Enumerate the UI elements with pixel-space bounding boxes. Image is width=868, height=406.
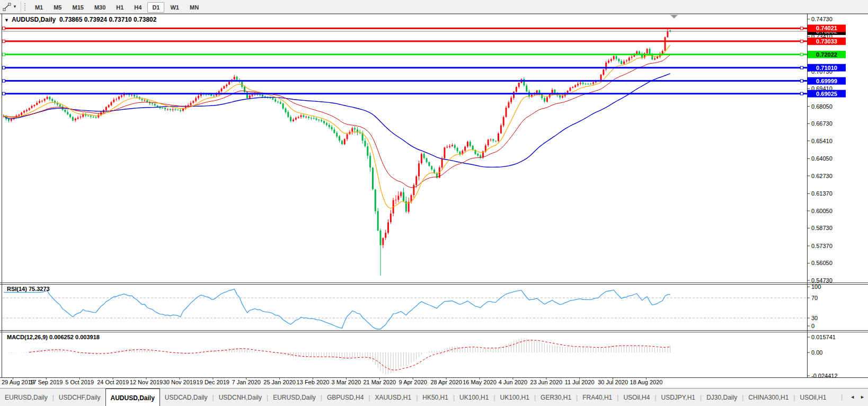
svg-text:12 Nov 2019: 12 Nov 2019 xyxy=(130,379,163,385)
tab-fra40-h1[interactable]: FRA40,H1 xyxy=(578,389,617,406)
tab-china300-h1[interactable]: CHINA300,H1 xyxy=(743,389,793,406)
svg-text:23 Jun 2020: 23 Jun 2020 xyxy=(530,379,563,385)
trading-platform-window: 0.747300.734100.707300.694100.680500.667… xyxy=(0,0,868,406)
svg-text:0.64050: 0.64050 xyxy=(811,155,832,162)
timeframe-button-h4[interactable]: H4 xyxy=(129,2,146,13)
timeframe-button-d1[interactable]: D1 xyxy=(147,2,164,13)
tab-eurusd-daily[interactable]: EURUSD,Daily xyxy=(0,389,52,406)
svg-text:0.71010: 0.71010 xyxy=(816,65,837,71)
svg-text:-0.024412: -0.024412 xyxy=(811,373,838,379)
candles-layer xyxy=(3,28,671,276)
timeframe-button-m30[interactable]: M30 xyxy=(90,2,110,13)
tab-gbpusd-h4[interactable]: GBPUSD,H4 xyxy=(322,389,368,406)
timeframe-button-w1[interactable]: W1 xyxy=(165,2,184,13)
svg-text:0: 0 xyxy=(811,323,814,329)
svg-text:0.015741: 0.015741 xyxy=(811,334,836,340)
tab-scroll-left-icon[interactable]: ◄ xyxy=(850,394,855,400)
level-line-0.69999[interactable]: 0.69999 xyxy=(3,77,846,85)
svg-text:5 Oct 2019: 5 Oct 2019 xyxy=(65,379,94,385)
toolbar-separator xyxy=(21,2,21,12)
tab-xauusd-h1[interactable]: XAUUSD,H1 xyxy=(370,389,416,406)
toolbar-grip-handle[interactable] xyxy=(24,3,26,11)
svg-text:0.58730: 0.58730 xyxy=(811,225,832,231)
svg-text:0.72022: 0.72022 xyxy=(816,51,837,58)
ma-fast-line xyxy=(4,45,670,208)
tab-divider: | xyxy=(841,393,843,401)
tab-hk50-h1[interactable]: HK50,H1 xyxy=(418,389,453,406)
timeframe-button-m1[interactable]: M1 xyxy=(30,2,48,13)
svg-text:9 Apr 2020: 9 Apr 2020 xyxy=(399,379,427,385)
symbol-tab-bar: EURUSD,Daily|USDCHF,DailyAUDUSD,DailyUSD… xyxy=(0,388,868,406)
symbol-period-label: AUDUSD,Daily xyxy=(12,16,56,23)
tab-eurusd-daily[interactable]: EURUSD,Daily xyxy=(268,389,321,406)
timeframe-button-mn[interactable]: MN xyxy=(185,2,203,13)
svg-text:30 Jul 2020: 30 Jul 2020 xyxy=(598,379,628,385)
tab-ger30-h1[interactable]: GER30,H1 xyxy=(536,389,576,406)
svg-text:17 Sep 2019: 17 Sep 2019 xyxy=(30,379,63,385)
svg-text:28 Apr 2020: 28 Apr 2020 xyxy=(430,379,462,385)
chart-shift-arrow-icon[interactable] xyxy=(670,15,678,19)
svg-text:13 Feb 2020: 13 Feb 2020 xyxy=(297,379,330,385)
rsi-pane: 10070300 xyxy=(3,284,821,329)
timeframe-button-h1[interactable]: H1 xyxy=(111,2,128,13)
svg-text:0.66730: 0.66730 xyxy=(811,120,832,127)
svg-text:0.60050: 0.60050 xyxy=(811,208,832,214)
svg-text:0.56050: 0.56050 xyxy=(811,260,832,266)
caret-down-icon[interactable]: ▼ xyxy=(13,4,17,9)
trendline-tool-icon[interactable] xyxy=(2,2,12,12)
svg-text:24 Oct 2019: 24 Oct 2019 xyxy=(97,379,129,385)
chart-surface[interactable]: 0.747300.734100.707300.694100.680500.667… xyxy=(0,0,868,406)
tab-usdjpy-h1[interactable]: USDJPY,H1 xyxy=(657,389,700,406)
tab-dj30-daily[interactable]: DJ30,Daily xyxy=(702,389,742,406)
tab-usoil-h4[interactable]: USOil,H4 xyxy=(618,389,654,406)
level-line-0.72022[interactable]: 0.72022 xyxy=(3,51,846,58)
svg-text:4 Jun 2020: 4 Jun 2020 xyxy=(499,379,527,385)
chart-title: ▼AUDUSD,Daily 0.73865 0.73924 0.73710 0.… xyxy=(4,16,156,23)
svg-text:0.74730: 0.74730 xyxy=(811,16,832,22)
ohlc-values: 0.73865 0.73924 0.73710 0.73802 xyxy=(59,16,157,23)
svg-text:30 Nov 2019: 30 Nov 2019 xyxy=(163,379,196,385)
svg-text:0.62730: 0.62730 xyxy=(811,173,832,179)
svg-text:0.73033: 0.73033 xyxy=(816,38,837,45)
svg-text:0.65410: 0.65410 xyxy=(811,138,832,144)
level-line-0.71010[interactable]: 0.71010 xyxy=(3,64,846,72)
svg-text:30: 30 xyxy=(811,315,818,321)
svg-text:0.00: 0.00 xyxy=(811,349,822,356)
svg-text:0.54730: 0.54730 xyxy=(811,277,832,284)
rsi-indicator-label: RSI(14) 75.3273 xyxy=(7,286,50,292)
tab-uk100-h1[interactable]: UK100,H1 xyxy=(495,389,534,406)
svg-text:0.74021: 0.74021 xyxy=(816,25,837,31)
svg-text:11 Jul 2020: 11 Jul 2020 xyxy=(565,379,595,385)
svg-text:18 Aug 2020: 18 Aug 2020 xyxy=(630,379,663,385)
macd-indicator-label: MACD(12,26,9) 0.006252 0.003918 xyxy=(7,334,100,340)
tab-audusd-daily[interactable]: AUDUSD,Daily xyxy=(105,389,160,406)
svg-text:70: 70 xyxy=(811,295,818,301)
svg-text:0.61370: 0.61370 xyxy=(811,190,832,197)
tab-uk100-h1[interactable]: UK100,H1 xyxy=(455,389,493,406)
ma-mid-line xyxy=(4,55,670,188)
tab-usdcad-daily[interactable]: USDCAD,Daily xyxy=(160,389,212,406)
date-axis[interactable]: 29 Aug 201917 Sep 20195 Oct 201924 Oct 2… xyxy=(2,377,662,385)
tab-scroll-right-icon[interactable]: ► xyxy=(860,394,865,400)
svg-text:21 Mar 2020: 21 Mar 2020 xyxy=(363,379,396,385)
chart-canvas[interactable]: 0.747300.734100.707300.694100.680500.667… xyxy=(0,0,868,406)
svg-text:3 Mar 2020: 3 Mar 2020 xyxy=(332,379,361,385)
timeframe-button-m15[interactable]: M15 xyxy=(67,2,88,13)
timeframe-buttons: M1M5M15M30H1H4D1W1MN xyxy=(30,2,204,12)
svg-text:0.68050: 0.68050 xyxy=(811,103,832,110)
svg-text:16 May 2020: 16 May 2020 xyxy=(463,379,497,385)
svg-text:0.69999: 0.69999 xyxy=(816,78,837,84)
svg-text:7 Jan 2020: 7 Jan 2020 xyxy=(232,379,260,385)
svg-text:0.69025: 0.69025 xyxy=(816,91,837,97)
timeframe-button-m5[interactable]: M5 xyxy=(49,2,66,13)
tab-usoil-h1[interactable]: USOil,H1 xyxy=(795,389,831,406)
level-line-0.69025[interactable]: 0.69025 xyxy=(3,90,846,98)
level-line-0.73033[interactable]: 0.73033 xyxy=(3,38,846,45)
svg-text:0.57370: 0.57370 xyxy=(811,243,832,249)
tab-usdcnh-daily[interactable]: USDCNH,Daily xyxy=(214,389,267,406)
svg-text:19 Dec 2019: 19 Dec 2019 xyxy=(197,379,229,385)
tab-usdchf-daily[interactable]: USDCHF,Daily xyxy=(54,389,105,406)
tab-scroll-nav: | ◄ ► xyxy=(841,388,865,406)
svg-text:100: 100 xyxy=(811,284,821,290)
symbol-caret-icon[interactable]: ▼ xyxy=(4,17,9,23)
